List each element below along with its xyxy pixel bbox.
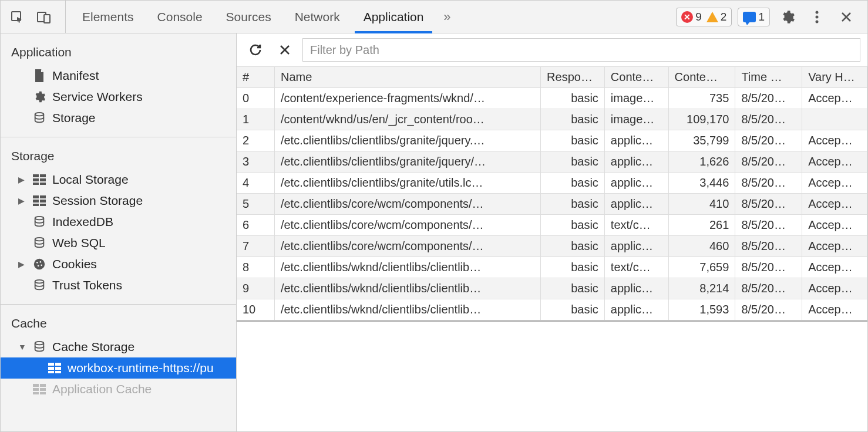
cache-detail-pane (237, 322, 867, 431)
table-row[interactable]: 3/etc.clientlibs/clientlibs/granite/jque… (237, 151, 867, 173)
col-header-content-type[interactable]: Conte… (604, 67, 668, 88)
table-row[interactable]: 6/etc.clientlibs/core/wcm/components/…ba… (237, 215, 867, 236)
sidebar-item-storage-overview[interactable]: Storage (1, 107, 236, 129)
database-icon (32, 215, 46, 229)
col-header-name[interactable]: Name (274, 67, 540, 88)
expand-arrow-icon[interactable]: ▶ (18, 175, 26, 184)
sidebar-item-cache-storage[interactable]: ▼ Cache Storage (1, 336, 236, 357)
console-status-badge[interactable]: ✕ 9 2 (676, 8, 732, 26)
table-row[interactable]: 2/etc.clientlibs/clientlibs/granite/jque… (237, 130, 867, 151)
cell-content-type: applic… (604, 299, 668, 320)
kebab-menu-icon[interactable] (805, 5, 829, 29)
svg-point-24 (36, 262, 38, 264)
expand-arrow-icon[interactable]: ▶ (18, 196, 26, 205)
svg-rect-19 (33, 204, 39, 206)
section-heading-application: Application (1, 41, 236, 65)
svg-rect-13 (33, 183, 39, 185)
sidebar-item-websql[interactable]: Web SQL (1, 232, 236, 254)
cache-table[interactable]: # Name Respo… Conte… Conte… Time … Vary … (237, 67, 867, 322)
cell-vary: Accep… (802, 194, 867, 215)
svg-rect-31 (55, 363, 61, 366)
expand-arrow-icon[interactable]: ▶ (18, 259, 26, 269)
cell-time: 8/5/20… (735, 151, 802, 173)
svg-rect-20 (40, 204, 46, 206)
cell-response: basic (541, 236, 605, 257)
col-header-index[interactable]: # (237, 67, 274, 88)
sidebar-item-session-storage[interactable]: ▶ Session Storage (1, 190, 236, 211)
svg-rect-35 (55, 371, 61, 373)
cell-index: 6 (237, 215, 274, 236)
cell-name: /etc.clientlibs/wknd/clientlibs/clientli… (274, 278, 540, 299)
sidebar-item-local-storage[interactable]: ▶ Local Storage (1, 169, 236, 190)
cell-index: 3 (237, 151, 274, 173)
cell-content-type: applic… (604, 173, 668, 194)
label: workbox-runtime-https://pu (68, 361, 214, 375)
cell-index: 4 (237, 173, 274, 194)
svg-rect-17 (33, 200, 39, 203)
cell-content-length: 735 (668, 88, 735, 109)
table-row[interactable]: 4/etc.clientlibs/clientlibs/granite/util… (237, 173, 867, 194)
section-heading-cache: Cache (1, 312, 236, 336)
svg-rect-15 (33, 195, 39, 198)
sidebar-item-manifest[interactable]: Manifest (1, 65, 236, 86)
more-tabs-icon[interactable]: » (435, 5, 459, 29)
col-header-vary[interactable]: Vary H… (802, 67, 867, 88)
sidebar-item-cookies[interactable]: ▶ Cookies (1, 254, 236, 275)
cell-vary: Accep… (802, 278, 867, 299)
table-row[interactable]: 9/etc.clientlibs/wknd/clientlibs/clientl… (237, 278, 867, 299)
table-icon (48, 361, 62, 375)
sidebar-item-indexeddb[interactable]: IndexedDB (1, 211, 236, 232)
refresh-icon[interactable] (244, 38, 267, 62)
cell-vary (802, 109, 867, 130)
cell-index: 7 (237, 236, 274, 257)
sidebar-item-trust-tokens[interactable]: Trust Tokens (1, 275, 236, 296)
delete-icon[interactable] (273, 38, 297, 62)
tab-elements[interactable]: Elements (70, 1, 146, 33)
tab-application[interactable]: Application (352, 1, 436, 33)
sidebar-item-application-cache[interactable]: Application Cache (1, 379, 236, 400)
tabbar-right-controls: ✕ 9 2 1 (676, 5, 863, 29)
cell-vary: Accep… (802, 236, 867, 257)
close-devtools-icon[interactable] (835, 5, 858, 29)
tab-network[interactable]: Network (283, 1, 352, 33)
sidebar-item-service-workers[interactable]: Service Workers (1, 86, 236, 107)
cell-name: /content/experience-fragments/wknd/… (274, 88, 540, 109)
cookie-icon (32, 257, 46, 271)
tab-console[interactable]: Console (146, 1, 214, 33)
svg-point-22 (35, 238, 44, 241)
issues-badge[interactable]: 1 (738, 8, 770, 26)
svg-point-28 (35, 280, 44, 284)
sidebar-item-cache-entry-selected[interactable]: workbox-runtime-https://pu (1, 357, 236, 379)
warning-icon (706, 12, 718, 22)
svg-rect-10 (40, 174, 46, 177)
table-row[interactable]: 5/etc.clientlibs/core/wcm/components/…ba… (237, 194, 867, 215)
settings-icon[interactable] (776, 5, 799, 29)
cell-content-length: 1,626 (668, 151, 735, 173)
table-row[interactable]: 1/content/wknd/us/en/_jcr_content/roo…ba… (237, 109, 867, 130)
table-row[interactable]: 7/etc.clientlibs/core/wcm/components/…ba… (237, 236, 867, 257)
cell-content-type: text/c… (604, 215, 668, 236)
svg-point-23 (34, 259, 45, 269)
tab-sources[interactable]: Sources (214, 1, 283, 33)
cell-content-type: applic… (604, 151, 668, 173)
label: Storage (52, 111, 96, 125)
error-icon: ✕ (681, 11, 693, 23)
svg-point-4 (816, 15, 819, 18)
inspect-element-icon[interactable] (5, 5, 29, 29)
table-row[interactable]: 8/etc.clientlibs/wknd/clientlibs/clientl… (237, 257, 867, 278)
col-header-response[interactable]: Respo… (541, 67, 605, 88)
filter-input[interactable] (302, 38, 860, 62)
svg-rect-14 (40, 183, 46, 185)
col-header-time[interactable]: Time … (735, 67, 802, 88)
cell-vary: Accep… (802, 88, 867, 109)
collapse-arrow-icon[interactable]: ▼ (18, 342, 26, 352)
svg-point-25 (39, 261, 41, 263)
col-header-content-length[interactable]: Conte… (668, 67, 735, 88)
label: Cookies (52, 257, 97, 271)
cell-content-length: 8,214 (668, 278, 735, 299)
cell-vary: Accep… (802, 299, 867, 320)
toggle-device-icon[interactable] (32, 5, 56, 29)
table-row[interactable]: 0/content/experience-fragments/wknd/…bas… (237, 88, 867, 109)
table-row[interactable]: 10/etc.clientlibs/wknd/clientlibs/client… (237, 299, 867, 320)
warning-count: 2 (721, 11, 727, 23)
